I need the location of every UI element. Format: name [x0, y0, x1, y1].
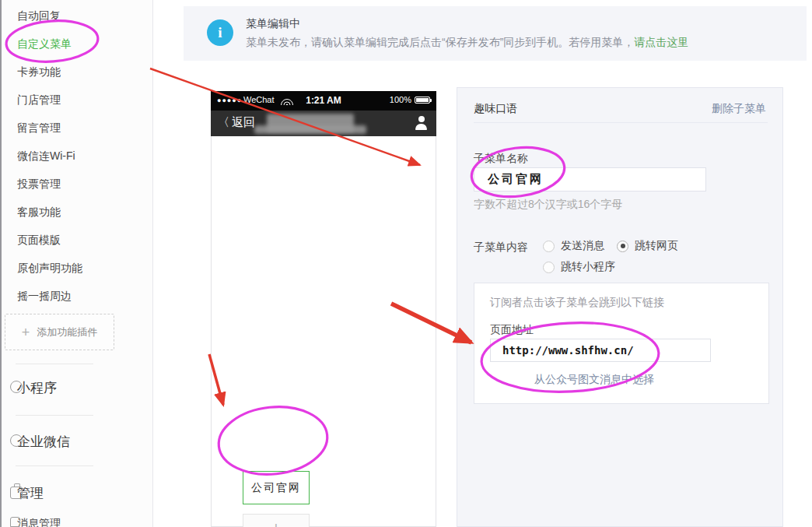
sidebar-section-work-wechat[interactable]: 企业微信	[17, 433, 70, 451]
name-length-hint: 字数不超过8个汉字或16个字母	[474, 198, 622, 212]
sidebar-item-shake-nearby[interactable]: 摇一摇周边	[17, 290, 72, 304]
sidebar-item-customer-service[interactable]: 客服功能	[17, 206, 61, 220]
sidebar-item-card-coupon[interactable]: 卡券功能	[17, 65, 61, 79]
work-wechat-icon	[10, 434, 23, 447]
phone-preview: ●●●●● WeChat 1:21 AM 100% 〈 返回 公司官网 +	[211, 91, 436, 527]
divider	[16, 466, 93, 466]
chevron-left-icon: 〈	[218, 115, 229, 130]
add-submenu-button[interactable]: +	[243, 514, 310, 527]
back-button[interactable]: 〈 返回	[218, 115, 255, 130]
pick-from-articles-link[interactable]: 从公众号图文消息中选择	[474, 373, 714, 387]
phone-nav-bar: 〈 返回	[211, 111, 436, 136]
notice-bar: i 菜单编辑中 菜单未发布，请确认菜单编辑完成后点击“保存并发布”同步到手机。若…	[184, 6, 807, 61]
radio-jump-webpage[interactable]: 跳转网页	[617, 239, 678, 253]
notice-title: 菜单编辑中	[246, 17, 300, 31]
radio-icon	[543, 262, 555, 273]
jump-settings-box: 订阅者点击该子菜单会跳到以下链接 页面地址 从公众号图文消息中选择	[474, 283, 769, 404]
battery-percent: 100%	[390, 95, 411, 104]
page-url-input[interactable]	[490, 339, 711, 362]
page-edge	[0, 0, 2, 527]
sidebar-section-management[interactable]: 管理	[17, 484, 44, 502]
divider	[474, 122, 768, 123]
add-plugin-button[interactable]: + 添加功能插件	[5, 314, 114, 350]
management-icon	[10, 487, 23, 499]
sidebar-item-custom-menu[interactable]: 自定义菜单	[17, 37, 72, 51]
delete-submenu-link[interactable]: 删除子菜单	[712, 102, 766, 116]
phone-body: 公司官网 + 互动 一起来嗨 关于我们	[211, 136, 436, 527]
sidebar-item-vote-mgmt[interactable]: 投票管理	[17, 177, 61, 191]
miniprogram-icon	[10, 381, 23, 393]
jump-tip: 订阅者点击该子菜单会跳到以下链接	[490, 296, 664, 310]
sidebar-item-message-mgmt[interactable]: 消息管理	[17, 517, 61, 527]
parent-menu-title: 趣味口语	[474, 102, 517, 116]
radio-jump-miniprogram[interactable]: 跳转小程序	[543, 260, 615, 274]
message-icon	[10, 517, 20, 527]
submenu-editor-panel: 趣味口语 删除子菜单 子菜单名称 字数不超过8个汉字或16个字母 子菜单内容 发…	[457, 87, 783, 527]
submenu-name-input[interactable]	[474, 167, 706, 191]
battery-icon	[415, 97, 430, 104]
submenu-item-company-site[interactable]: 公司官网	[243, 471, 310, 504]
phone-status-bar: ●●●●● WeChat 1:21 AM 100%	[211, 91, 436, 111]
sidebar-item-comment-mgmt[interactable]: 留言管理	[17, 121, 61, 135]
sidebar-item-page-template[interactable]: 页面模版	[17, 234, 61, 248]
sidebar-item-auto-reply[interactable]: 自动回复	[17, 9, 61, 23]
sidebar-item-store-mgmt[interactable]: 门店管理	[17, 93, 61, 107]
submenu-content-label: 子菜单内容	[474, 241, 528, 255]
blurred-account-name	[254, 125, 366, 134]
sidebar: 自动回复 自定义菜单 卡券功能 门店管理 留言管理 微信连Wi-Fi 投票管理 …	[0, 0, 153, 527]
radio-send-message[interactable]: 发送消息	[543, 239, 604, 253]
sidebar-section-miniprogram[interactable]: 小程序	[17, 379, 57, 397]
notice-body: 菜单未发布，请确认菜单编辑完成后点击“保存并发布”同步到手机。若停用菜单，请点击…	[246, 36, 688, 50]
disable-menu-link[interactable]: 请点击这里	[634, 36, 688, 48]
divider	[16, 415, 93, 416]
page-url-label: 页面地址	[490, 323, 534, 337]
info-icon: i	[207, 19, 233, 46]
divider	[16, 364, 93, 364]
profile-icon[interactable]	[415, 116, 428, 130]
sidebar-item-original-statement[interactable]: 原创声明功能	[17, 262, 82, 276]
plus-icon: +	[22, 325, 30, 339]
submenu-name-label: 子菜单名称	[474, 152, 528, 166]
radio-icon	[543, 241, 555, 252]
radio-icon	[617, 241, 628, 252]
sidebar-item-wifi[interactable]: 微信连Wi-Fi	[17, 149, 75, 163]
wechat-mp-custom-menu-editor: 自动回复 自定义菜单 卡券功能 门店管理 留言管理 微信连Wi-Fi 投票管理 …	[0, 0, 812, 527]
add-plugin-label: 添加功能插件	[37, 325, 97, 339]
